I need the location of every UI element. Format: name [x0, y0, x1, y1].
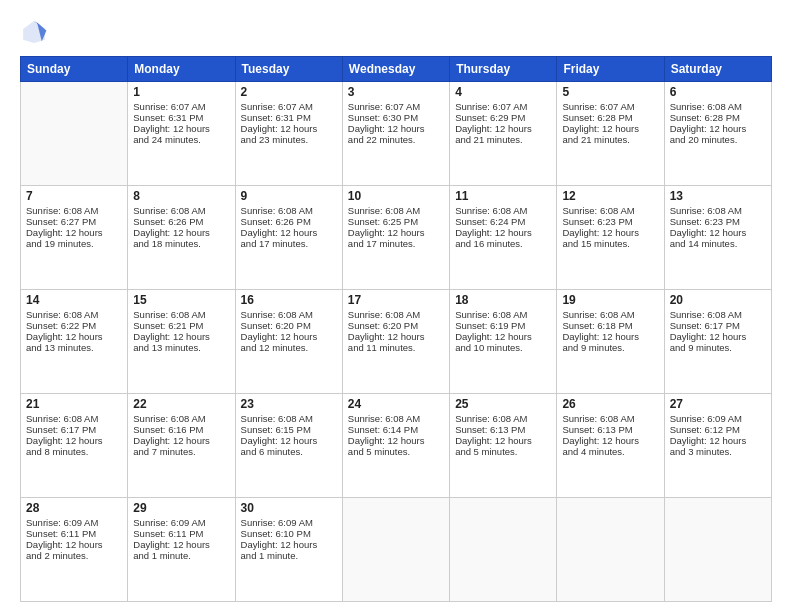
day-info-line: Sunset: 6:30 PM	[348, 112, 444, 123]
day-info-line: Daylight: 12 hours	[455, 435, 551, 446]
day-info-line: Sunset: 6:29 PM	[455, 112, 551, 123]
day-info-line: Sunrise: 6:08 AM	[133, 309, 229, 320]
day-info-line: and 17 minutes.	[348, 238, 444, 249]
calendar-cell	[21, 82, 128, 186]
day-info-line: and 1 minute.	[133, 550, 229, 561]
col-header-monday: Monday	[128, 57, 235, 82]
day-info-line: Sunset: 6:11 PM	[26, 528, 122, 539]
day-info-line: Sunrise: 6:08 AM	[133, 413, 229, 424]
day-info-line: Sunrise: 6:08 AM	[348, 205, 444, 216]
day-info-line: and 5 minutes.	[348, 446, 444, 457]
day-number: 8	[133, 189, 229, 203]
calendar-cell: 28Sunrise: 6:09 AMSunset: 6:11 PMDayligh…	[21, 498, 128, 602]
day-info-line: and 19 minutes.	[26, 238, 122, 249]
day-info-line: Sunset: 6:28 PM	[562, 112, 658, 123]
day-info-line: Sunrise: 6:08 AM	[133, 205, 229, 216]
day-info-line: Sunset: 6:19 PM	[455, 320, 551, 331]
day-info-line: and 12 minutes.	[241, 342, 337, 353]
day-info-line: Sunrise: 6:08 AM	[455, 413, 551, 424]
day-info-line: Sunrise: 6:08 AM	[348, 309, 444, 320]
day-info-line: and 11 minutes.	[348, 342, 444, 353]
day-number: 16	[241, 293, 337, 307]
calendar-cell: 15Sunrise: 6:08 AMSunset: 6:21 PMDayligh…	[128, 290, 235, 394]
calendar-week-row: 7Sunrise: 6:08 AMSunset: 6:27 PMDaylight…	[21, 186, 772, 290]
col-header-sunday: Sunday	[21, 57, 128, 82]
day-number: 6	[670, 85, 766, 99]
day-info-line: and 2 minutes.	[26, 550, 122, 561]
calendar-cell: 25Sunrise: 6:08 AMSunset: 6:13 PMDayligh…	[450, 394, 557, 498]
calendar-cell: 1Sunrise: 6:07 AMSunset: 6:31 PMDaylight…	[128, 82, 235, 186]
day-info-line: Daylight: 12 hours	[670, 123, 766, 134]
day-info-line: Sunset: 6:20 PM	[348, 320, 444, 331]
day-info-line: Sunset: 6:26 PM	[241, 216, 337, 227]
logo-icon	[20, 18, 48, 46]
day-info-line: and 15 minutes.	[562, 238, 658, 249]
day-info-line: Sunset: 6:15 PM	[241, 424, 337, 435]
day-info-line: Daylight: 12 hours	[26, 435, 122, 446]
day-info-line: Sunrise: 6:08 AM	[670, 205, 766, 216]
day-info-line: Daylight: 12 hours	[348, 331, 444, 342]
calendar-cell	[342, 498, 449, 602]
day-number: 3	[348, 85, 444, 99]
day-info-line: Sunset: 6:13 PM	[562, 424, 658, 435]
day-number: 11	[455, 189, 551, 203]
day-info-line: and 9 minutes.	[562, 342, 658, 353]
col-header-wednesday: Wednesday	[342, 57, 449, 82]
calendar-week-row: 14Sunrise: 6:08 AMSunset: 6:22 PMDayligh…	[21, 290, 772, 394]
day-number: 1	[133, 85, 229, 99]
day-info-line: Daylight: 12 hours	[562, 331, 658, 342]
day-info-line: Daylight: 12 hours	[241, 123, 337, 134]
day-number: 28	[26, 501, 122, 515]
logo	[20, 18, 52, 46]
day-info-line: Sunrise: 6:08 AM	[562, 205, 658, 216]
day-info-line: Daylight: 12 hours	[562, 435, 658, 446]
calendar-cell: 11Sunrise: 6:08 AMSunset: 6:24 PMDayligh…	[450, 186, 557, 290]
col-header-tuesday: Tuesday	[235, 57, 342, 82]
calendar-cell: 8Sunrise: 6:08 AMSunset: 6:26 PMDaylight…	[128, 186, 235, 290]
day-info-line: and 14 minutes.	[670, 238, 766, 249]
calendar-week-row: 28Sunrise: 6:09 AMSunset: 6:11 PMDayligh…	[21, 498, 772, 602]
day-number: 27	[670, 397, 766, 411]
day-number: 21	[26, 397, 122, 411]
day-number: 9	[241, 189, 337, 203]
day-info-line: and 21 minutes.	[562, 134, 658, 145]
calendar-cell: 30Sunrise: 6:09 AMSunset: 6:10 PMDayligh…	[235, 498, 342, 602]
day-info-line: Sunset: 6:27 PM	[26, 216, 122, 227]
day-info-line: Sunrise: 6:08 AM	[455, 205, 551, 216]
day-info-line: Daylight: 12 hours	[241, 435, 337, 446]
day-info-line: Sunset: 6:31 PM	[241, 112, 337, 123]
calendar-cell: 20Sunrise: 6:08 AMSunset: 6:17 PMDayligh…	[664, 290, 771, 394]
day-info-line: Sunrise: 6:08 AM	[670, 309, 766, 320]
calendar-cell: 2Sunrise: 6:07 AMSunset: 6:31 PMDaylight…	[235, 82, 342, 186]
col-header-thursday: Thursday	[450, 57, 557, 82]
day-info-line: and 17 minutes.	[241, 238, 337, 249]
day-info-line: and 20 minutes.	[670, 134, 766, 145]
day-info-line: Sunrise: 6:08 AM	[241, 413, 337, 424]
calendar-week-row: 21Sunrise: 6:08 AMSunset: 6:17 PMDayligh…	[21, 394, 772, 498]
calendar-cell: 4Sunrise: 6:07 AMSunset: 6:29 PMDaylight…	[450, 82, 557, 186]
calendar-cell: 26Sunrise: 6:08 AMSunset: 6:13 PMDayligh…	[557, 394, 664, 498]
day-info-line: Sunrise: 6:09 AM	[26, 517, 122, 528]
day-info-line: Sunrise: 6:09 AM	[133, 517, 229, 528]
day-info-line: Sunset: 6:28 PM	[670, 112, 766, 123]
col-header-friday: Friday	[557, 57, 664, 82]
day-info-line: Sunset: 6:26 PM	[133, 216, 229, 227]
day-info-line: Daylight: 12 hours	[455, 227, 551, 238]
day-info-line: Daylight: 12 hours	[241, 539, 337, 550]
day-number: 4	[455, 85, 551, 99]
day-info-line: Daylight: 12 hours	[241, 331, 337, 342]
day-info-line: Sunrise: 6:08 AM	[562, 413, 658, 424]
day-info-line: Daylight: 12 hours	[26, 227, 122, 238]
day-info-line: and 18 minutes.	[133, 238, 229, 249]
day-info-line: Sunrise: 6:08 AM	[455, 309, 551, 320]
day-info-line: Sunset: 6:20 PM	[241, 320, 337, 331]
day-info-line: Sunrise: 6:08 AM	[670, 101, 766, 112]
calendar-cell: 9Sunrise: 6:08 AMSunset: 6:26 PMDaylight…	[235, 186, 342, 290]
day-info-line: and 3 minutes.	[670, 446, 766, 457]
calendar-header-row: SundayMondayTuesdayWednesdayThursdayFrid…	[21, 57, 772, 82]
calendar-cell: 22Sunrise: 6:08 AMSunset: 6:16 PMDayligh…	[128, 394, 235, 498]
day-info-line: and 5 minutes.	[455, 446, 551, 457]
calendar-cell: 24Sunrise: 6:08 AMSunset: 6:14 PMDayligh…	[342, 394, 449, 498]
calendar-table: SundayMondayTuesdayWednesdayThursdayFrid…	[20, 56, 772, 602]
day-number: 17	[348, 293, 444, 307]
